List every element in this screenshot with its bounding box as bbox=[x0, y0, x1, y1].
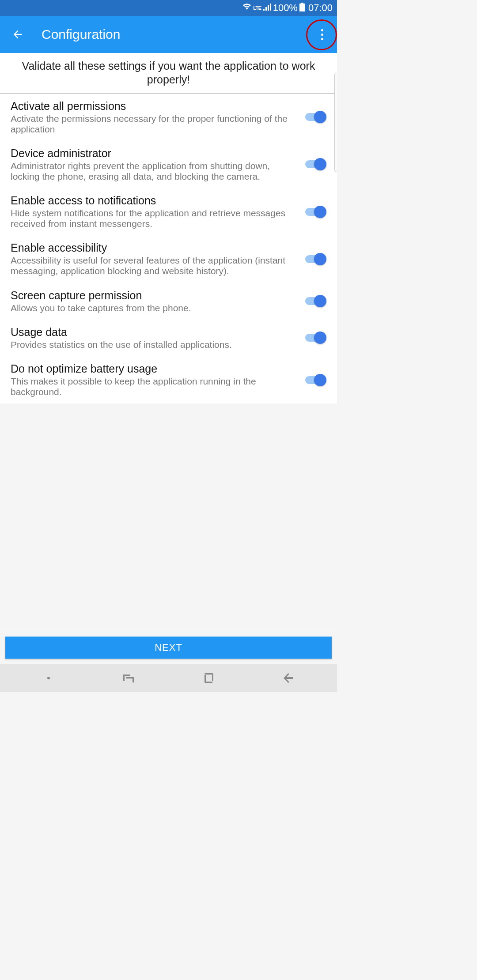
toggle-usage-data[interactable] bbox=[303, 331, 326, 345]
arrow-back-icon bbox=[11, 28, 24, 41]
setting-desc: Hide system notifications for the applic… bbox=[11, 208, 295, 229]
svg-rect-4 bbox=[299, 4, 305, 11]
setting-accessibility[interactable]: Enable accessibility Accessibility is us… bbox=[0, 235, 337, 283]
app-bar: Configuration bbox=[0, 16, 337, 53]
setting-desc: Accessibility is useful for several feat… bbox=[11, 255, 295, 276]
wifi-icon bbox=[242, 3, 251, 13]
toggle-notifications[interactable] bbox=[303, 205, 326, 219]
setting-desc: This makes it possible to keep the appli… bbox=[11, 376, 295, 397]
more-vert-icon bbox=[321, 29, 323, 31]
toggle-screen-capture[interactable] bbox=[303, 294, 326, 308]
setting-desc: Activate the permissions necessary for t… bbox=[11, 113, 295, 135]
setting-title: Activate all permissions bbox=[11, 100, 295, 113]
instruction-text: Validate all these settings if you want … bbox=[0, 53, 337, 94]
setting-permissions[interactable]: Activate all permissions Activate the pe… bbox=[0, 94, 337, 141]
signal-icon bbox=[263, 3, 271, 13]
settings-list: Activate all permissions Activate the pe… bbox=[0, 94, 337, 404]
footer: NEXT bbox=[0, 631, 337, 664]
svg-point-6 bbox=[47, 677, 50, 679]
svg-rect-1 bbox=[265, 7, 267, 11]
recents-icon bbox=[122, 673, 135, 683]
setting-battery-opt[interactable]: Do not optimize battery usage This makes… bbox=[0, 356, 337, 403]
setting-usage-data[interactable]: Usage data Provides statistics on the us… bbox=[0, 320, 337, 356]
setting-title: Enable access to notifications bbox=[11, 194, 295, 207]
clock: 07:00 bbox=[308, 2, 333, 14]
back-button[interactable] bbox=[9, 26, 26, 43]
setting-desc: Administrator rights prevent the applica… bbox=[11, 161, 295, 182]
network-type: LTE bbox=[253, 5, 261, 11]
svg-rect-5 bbox=[301, 3, 303, 4]
svg-rect-3 bbox=[270, 4, 271, 11]
svg-rect-0 bbox=[263, 9, 265, 11]
setting-desc: Allows you to take captures from the pho… bbox=[11, 303, 295, 313]
nav-back[interactable] bbox=[271, 669, 306, 687]
next-button[interactable]: NEXT bbox=[5, 637, 332, 659]
toggle-permissions[interactable] bbox=[303, 110, 326, 124]
toggle-battery-opt[interactable] bbox=[303, 373, 326, 387]
back-icon bbox=[283, 673, 294, 683]
nav-bar bbox=[0, 664, 337, 692]
setting-title: Device administrator bbox=[11, 147, 295, 160]
setting-desc: Provides statistics on the use of instal… bbox=[11, 339, 295, 350]
more-options-button[interactable] bbox=[313, 26, 331, 43]
page-title: Configuration bbox=[42, 27, 120, 42]
battery-icon bbox=[299, 3, 305, 14]
svg-rect-2 bbox=[268, 5, 269, 11]
toggle-device-admin[interactable] bbox=[303, 157, 326, 171]
setting-screen-capture[interactable]: Screen capture permission Allows you to … bbox=[0, 283, 337, 320]
scrollbar[interactable] bbox=[334, 73, 337, 172]
setting-title: Usage data bbox=[11, 326, 295, 339]
toggle-accessibility[interactable] bbox=[303, 252, 326, 266]
nav-recents[interactable] bbox=[111, 669, 146, 687]
dot-icon bbox=[46, 676, 51, 680]
setting-title: Enable accessibility bbox=[11, 241, 295, 254]
setting-title: Do not optimize battery usage bbox=[11, 362, 295, 375]
home-icon bbox=[203, 672, 214, 684]
nav-home[interactable] bbox=[191, 669, 226, 687]
status-bar: LTE 100% 07:00 bbox=[0, 0, 337, 16]
nav-indicator[interactable] bbox=[31, 669, 66, 687]
battery-percent: 100% bbox=[273, 2, 298, 14]
setting-title: Screen capture permission bbox=[11, 289, 295, 302]
setting-device-admin[interactable]: Device administrator Administrator right… bbox=[0, 141, 337, 188]
setting-notifications[interactable]: Enable access to notifications Hide syst… bbox=[0, 188, 337, 235]
